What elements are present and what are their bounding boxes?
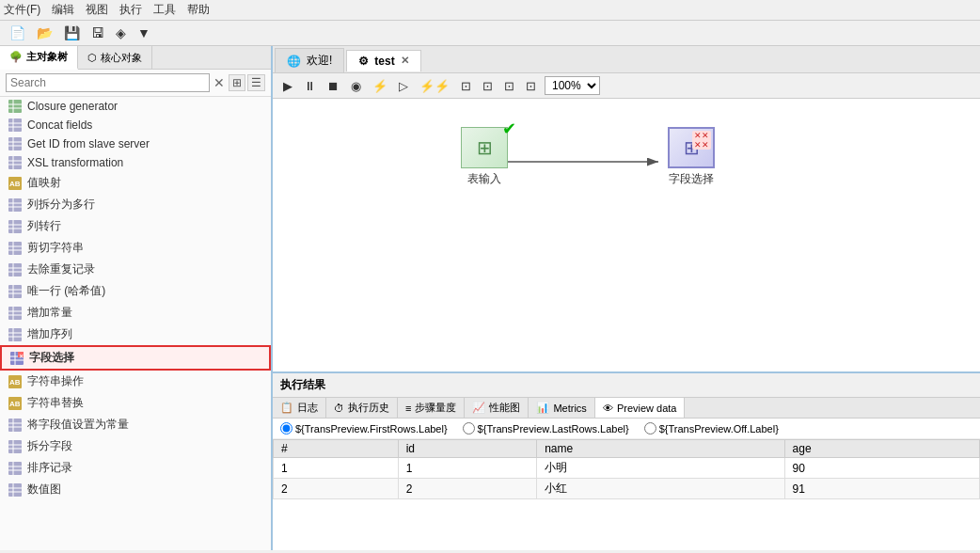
search-bar: ✕ ⊞ ☰ [0,70,271,97]
tree-item-18[interactable]: 数值图 [0,479,271,500]
tree-item-label-7: 剪切字符串 [27,240,84,256]
radio-off-label: ${TransPreview.Off.Label} [659,423,779,434]
dropdown-button[interactable]: ▼ [134,24,154,42]
tab-welcome[interactable]: 🌐 欢迎! [275,48,344,72]
tab-preview[interactable]: 👁 Preview data [595,398,686,418]
tree-item-3[interactable]: XSL transformation [0,153,271,172]
col-header-id: id [398,440,537,458]
svg-text:✕: ✕ [19,354,24,359]
svg-rect-18 [8,198,22,212]
stop-button[interactable]: ⏹ [324,78,342,94]
save-button[interactable]: 💾 [60,24,84,42]
tree-item-7[interactable]: 剪切字符串 [0,237,271,259]
tab-steps[interactable]: ≡ 步骤量度 [398,398,465,418]
tree-item-icon-3 [8,156,23,169]
node-table-input[interactable]: ✔ 表输入 [461,127,508,187]
tab-log[interactable]: 📋 日志 [273,398,326,418]
search-input[interactable] [6,73,210,92]
align3-button[interactable]: ⊡ [501,78,517,94]
radio-last-input[interactable] [463,422,475,434]
tree-item-label-6: 列转行 [27,218,61,234]
tree-item-14[interactable]: AB字符串替换 [0,392,271,414]
zoom-select[interactable]: 100% 75% 150% [545,76,600,95]
radio-off-input[interactable] [644,422,656,434]
menu-run[interactable]: 执行 [119,2,142,18]
steps-icon: ≡ [405,403,411,414]
tab-history[interactable]: ⏱ 执行历史 [326,398,398,418]
right-panel: 🌐 欢迎! ⚙ test ✕ ▶ ⏸ ⏹ ◉ ⚡ ▷ ⚡⚡ ⊡ ⊡ ⊡ ⊡ 10… [273,46,980,550]
radio-first[interactable]: ${TransPreview.FirstRows.Label} [280,422,448,434]
tab-metrics[interactable]: 📊 Metrics [529,398,594,418]
tree-item-12[interactable]: ✕字段选择 [0,345,271,371]
tree-item-9[interactable]: 唯一行 (哈希值) [0,280,271,302]
menu-tools[interactable]: 工具 [153,2,176,18]
align1-button[interactable]: ⊡ [458,78,474,94]
tree-item-17[interactable]: 排序记录 [0,457,271,479]
tree-item-icon-10 [8,307,23,320]
menu-edit[interactable]: 编辑 [52,2,74,18]
extra-button[interactable]: ◈ [112,24,130,42]
tree-item-10[interactable]: 增加常量 [0,302,271,324]
replay-button[interactable]: ⚡⚡ [417,78,452,94]
perf-icon: 📈 [472,402,485,414]
search-expand-icon[interactable]: ⊞ [229,74,245,91]
pause-button[interactable]: ⏸ [301,78,319,94]
tree-item-label-4: 值映射 [27,175,61,191]
tab-main-tree[interactable]: 🌳 主对象树 [0,46,78,70]
history-icon: ⏱ [334,403,344,414]
radio-off[interactable]: ${TransPreview.Off.Label} [644,422,779,434]
test-icon: ⚙ [358,55,369,68]
align4-button[interactable]: ⊡ [523,78,539,94]
tree-item-13[interactable]: AB字符串操作 [0,371,271,392]
debug-button[interactable]: ⚡ [370,78,390,94]
radio-last-label: ${TransPreview.LastRows.Label} [478,423,629,434]
menu-file[interactable]: 文件(F) [4,2,40,18]
radio-first-label: ${TransPreview.FirstRows.Label} [295,423,448,434]
radio-first-input[interactable] [280,422,292,434]
tab-perf[interactable]: 📈 性能图 [465,398,529,418]
search-clear-button[interactable]: ✕ [213,75,225,90]
tree-item-15[interactable]: 将字段值设置为常量 [0,414,271,435]
tree-item-label-13: 字符串操作 [27,373,84,389]
svg-rect-60 [8,440,22,453]
tab-close-icon[interactable]: ✕ [401,55,409,67]
menu-view[interactable]: 视图 [86,2,108,18]
tree-item-0[interactable]: Closure generator [0,97,271,116]
tree-item-4[interactable]: AB值映射 [0,172,271,194]
tree-item-icon-8 [8,263,23,276]
tree-item-icon-0 [8,100,23,113]
tree-item-2[interactable]: Get ID from slave server [0,134,271,153]
menu-help[interactable]: 帮助 [187,2,210,18]
tab-core-objects[interactable]: ⬡ 核心对象 [78,46,152,69]
tree-item-16[interactable]: 拆分字段 [0,435,271,457]
search-collapse-icon[interactable]: ☰ [247,74,265,91]
align2-button[interactable]: ⊡ [480,78,496,94]
tree-item-label-12: 字段选择 [29,350,74,366]
tree-item-11[interactable]: 增加序列 [0,324,271,345]
radio-last[interactable]: ${TransPreview.LastRows.Label} [463,422,629,434]
tree-item-6[interactable]: 列转行 [0,215,271,237]
svg-rect-30 [8,263,22,276]
canvas-area: ✔ 表输入 ⊞ ✕✕✕✕ 字段选择 [273,99,980,371]
tree-item-8[interactable]: 去除重复记录 [0,259,271,280]
tree-item-5[interactable]: 列拆分为多行 [0,194,271,215]
node-field-select[interactable]: ⊞ ✕✕✕✕ 字段选择 [668,127,715,187]
tree-item-icon-14: AB [8,397,23,410]
tab-perf-label: 性能图 [489,401,520,415]
save-as-button[interactable]: 🖫 [87,24,108,42]
step-button[interactable]: ▷ [396,78,411,94]
svg-rect-0 [8,100,22,113]
bottom-tabs: 📋 日志 ⏱ 执行历史 ≡ 步骤量度 📈 性能图 📊 Metrics [273,398,980,419]
run-button[interactable]: ▶ [280,78,295,94]
open-button[interactable]: 📂 [33,24,56,42]
tree-item-1[interactable]: Concat fields [0,116,271,134]
tab-test[interactable]: ⚙ test ✕ [346,50,420,71]
tab-metrics-label: Metrics [553,403,586,414]
tree-item-label-2: Get ID from slave server [27,137,150,150]
new-file-button[interactable]: 📄 [6,24,29,42]
svg-rect-42 [8,328,22,341]
cell-1-3: 91 [784,479,979,499]
tree-item-icon-9 [8,285,23,298]
preview-button[interactable]: ◉ [348,78,364,94]
metrics-icon: 📊 [536,402,549,414]
